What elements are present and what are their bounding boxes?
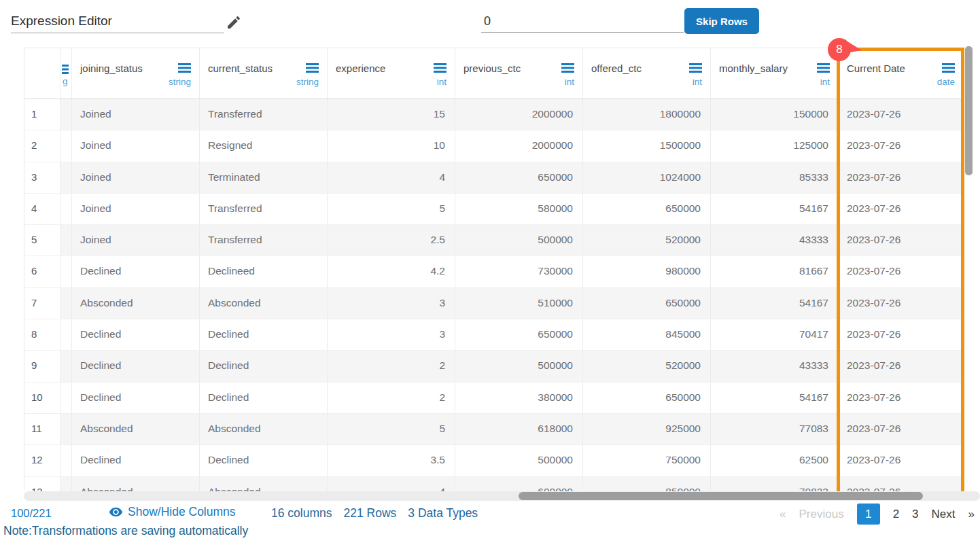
cell-current_date: 2023-07-26 — [839, 351, 964, 382]
partial-column-type-fragment: g — [63, 76, 68, 86]
column-name: current_status — [208, 63, 273, 74]
column-menu-icon[interactable] — [178, 63, 191, 65]
cell-previous_ctc: 500000 — [455, 445, 583, 476]
cell-current_date: 2023-07-26 — [839, 414, 964, 445]
cell-current_status: Declined — [200, 319, 328, 351]
column-menu-icon[interactable] — [942, 63, 955, 65]
table-row: 3JoinedTerminated46500001024000853332023… — [24, 162, 964, 194]
row-number-cell: 7 — [24, 288, 60, 319]
column-menu-icon[interactable] — [561, 63, 574, 65]
column-menu-icon — [62, 65, 69, 67]
cell-joining_status: Absconded — [72, 288, 200, 319]
pagination-page-1[interactable]: 1 — [857, 504, 880, 525]
eye-icon — [109, 505, 123, 519]
cell-current_status: Resigned — [200, 130, 328, 162]
data-types-stat: 3 Data Types — [408, 506, 478, 520]
cell-joining_status: Absconded — [72, 477, 200, 491]
cell-current_date: 2023-07-26 — [839, 288, 964, 319]
cell-current_status: Transferred — [200, 225, 328, 256]
pagination-first[interactable]: « — [780, 508, 786, 521]
cell-previous_ctc: 510000 — [455, 288, 583, 319]
cell-monthly_salary: 125000 — [711, 130, 839, 162]
autosave-note: Note:Transformations are saving automati… — [3, 524, 248, 538]
show-hide-columns-button[interactable]: Show/Hide Columns — [109, 505, 236, 519]
cell-current_date: 2023-07-26 — [839, 194, 964, 225]
cell-current_date: 2023-07-26 — [839, 225, 964, 256]
column-menu-icon[interactable] — [689, 63, 702, 65]
cell-monthly_salary: 43333 — [711, 351, 839, 382]
expression-editor-value: Expression Editor — [11, 14, 112, 28]
cell-current_status: Terminated — [200, 162, 328, 194]
column-header-offered_ctc[interactable]: offered_ctcint — [583, 48, 711, 99]
cell-current_status: Declined — [200, 383, 328, 414]
cell-offered_ctc: 845000 — [583, 319, 711, 351]
cell-joining_status: Declined — [72, 445, 200, 476]
transformation-count-badge: 8 — [828, 38, 851, 61]
cell-joining_status: Joined — [72, 225, 200, 256]
partial-column-cell — [60, 477, 72, 491]
column-name: Current Date — [847, 63, 905, 74]
cell-offered_ctc: 925000 — [583, 414, 711, 445]
cell-monthly_salary: 77083 — [711, 414, 839, 445]
cell-joining_status: Declined — [72, 351, 200, 382]
column-header-joining_status[interactable]: joining_statusstring — [72, 48, 200, 99]
pagination-next[interactable]: Next — [932, 508, 956, 521]
column-header-previous_ctc[interactable]: previous_ctcint — [455, 48, 583, 99]
show-hide-columns-label: Show/Hide Columns — [128, 505, 236, 519]
cell-offered_ctc: 650000 — [583, 383, 711, 414]
cell-experience: 3 — [328, 319, 455, 351]
cell-monthly_salary: 54167 — [711, 288, 839, 319]
skip-rows-input[interactable]: 0 — [481, 10, 684, 33]
column-header-monthly_salary[interactable]: monthly_salaryint — [711, 48, 839, 99]
row-number-cell: 12 — [24, 445, 60, 476]
column-type-label: int — [693, 77, 702, 87]
partial-column-cell — [60, 225, 72, 256]
expression-editor-input[interactable]: Expression Editor — [11, 10, 224, 33]
cell-current_status: Absconded — [200, 414, 328, 445]
column-menu-icon[interactable] — [434, 63, 447, 65]
column-header-experience[interactable]: experienceint — [328, 48, 455, 99]
cell-current_status: Absconded — [200, 477, 328, 491]
cell-offered_ctc: 520000 — [583, 351, 711, 382]
table-row: 5JoinedTransferred2.55000005200004333320… — [24, 225, 964, 256]
column-name: monthly_salary — [719, 63, 788, 74]
row-count-indicator[interactable]: 100/221 — [11, 507, 52, 520]
table-row: 9DeclinedDeclined2500000520000433332023-… — [24, 351, 964, 382]
column-menu-icon[interactable] — [817, 63, 830, 65]
partial-column-header[interactable]: g — [60, 48, 72, 99]
cell-previous_ctc: 600000 — [455, 477, 583, 491]
edit-pencil-icon[interactable] — [226, 14, 242, 31]
cell-current_date: 2023-07-26 — [839, 130, 964, 162]
pagination-last[interactable]: » — [968, 508, 975, 521]
cell-monthly_salary: 81667 — [711, 256, 839, 287]
column-type-label: string — [296, 77, 319, 87]
row-number-cell: 3 — [24, 162, 60, 194]
table-header-row: gjoining_statusstringcurrent_statusstrin… — [24, 48, 964, 99]
horizontal-scrollbar-thumb[interactable] — [519, 492, 923, 500]
pagination-page-3[interactable]: 3 — [912, 508, 918, 521]
partial-column-cell — [60, 288, 72, 319]
cell-current_status: Declined — [200, 445, 328, 476]
partial-column-cell — [60, 319, 72, 351]
row-number-cell: 4 — [24, 194, 60, 225]
cell-experience: 2 — [328, 383, 455, 414]
cell-experience: 4 — [328, 162, 455, 194]
vertical-scrollbar-thumb[interactable] — [965, 46, 973, 175]
skip-rows-button[interactable]: Skip Rows — [684, 8, 759, 34]
skip-rows-value: 0 — [484, 14, 491, 28]
table-row: 4JoinedTransferred5580000650000541672023… — [24, 194, 964, 225]
cell-offered_ctc: 650000 — [583, 288, 711, 319]
column-header-current_status[interactable]: current_statusstring — [200, 48, 328, 99]
cell-previous_ctc: 2000000 — [455, 130, 583, 162]
table-row: 6DeclinedDeclineed4.27300009800008166720… — [24, 256, 964, 287]
cell-current_status: Transferred — [200, 99, 328, 130]
column-menu-icon[interactable] — [306, 63, 319, 65]
cell-offered_ctc: 650000 — [583, 194, 711, 225]
partial-column-cell — [60, 351, 72, 382]
partial-column-cell — [60, 414, 72, 445]
cell-monthly_salary: 70417 — [711, 319, 839, 351]
cell-current_date: 2023-07-26 — [839, 383, 964, 414]
pagination-page-2[interactable]: 2 — [893, 508, 899, 521]
cell-current_status: Declineed — [200, 256, 328, 287]
pagination-previous[interactable]: Previous — [799, 508, 843, 521]
